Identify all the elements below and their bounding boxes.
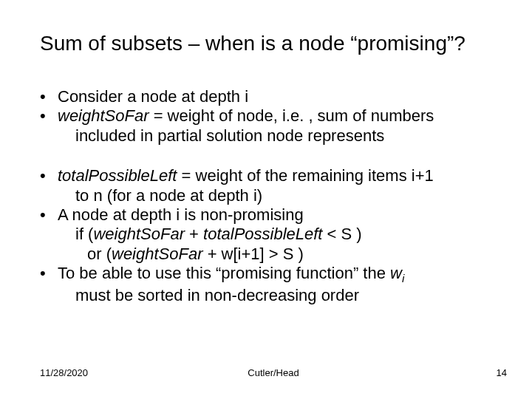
- bullet-item: weightSoFar = weight of node, i.e. , sum…: [40, 106, 492, 146]
- text-frag: or (: [87, 245, 112, 263]
- text-frag: w: [390, 264, 402, 282]
- bullet-continuation: must be sorted in non-decreasing order: [58, 286, 492, 305]
- bullet-text: A node at depth i is non-promising: [58, 205, 304, 224]
- slide-body: Consider a node at depth i weightSoFar =…: [40, 87, 492, 305]
- bullet-text: Consider a node at depth i: [58, 87, 248, 106]
- slide-title: Sum of subsets – when is a node “promisi…: [40, 31, 502, 56]
- footer-author: Cutler/Head: [248, 367, 299, 378]
- text-frag: + w[i+1] > S ): [203, 245, 304, 263]
- spacer: [40, 146, 492, 166]
- bullet-group-2: totalPossibleLeft = weight of the remain…: [40, 166, 492, 305]
- slide: Sum of subsets – when is a node “promisi…: [0, 0, 532, 399]
- text-frag-italic: weightSoFar: [112, 245, 203, 263]
- text-frag: +: [185, 225, 203, 243]
- bullet-continuation: to n (for a node at depth i): [58, 186, 492, 205]
- text-frag-italic: wi: [390, 264, 404, 282]
- bullet-item: A node at depth i is non-promising if (w…: [40, 205, 492, 264]
- bullet-text: = weight of the remaining items i+1: [177, 166, 433, 185]
- bullet-text: To be able to use this “promising functi…: [58, 264, 390, 282]
- bullet-text-italic: totalPossibleLeft: [58, 166, 177, 185]
- subscript: i: [402, 273, 404, 285]
- text-frag: if (: [75, 225, 93, 243]
- text-frag-italic: totalPossibleLeft: [203, 225, 322, 243]
- bullet-continuation: or (weightSoFar + w[i+1] > S ): [58, 245, 492, 264]
- footer-page-number: 14: [497, 367, 507, 378]
- bullet-item: To be able to use this “promising functi…: [40, 264, 492, 305]
- slide-footer: 11/28/2020 Cutler/Head 14: [40, 367, 507, 378]
- bullet-group-1: Consider a node at depth i weightSoFar =…: [40, 87, 492, 146]
- bullet-continuation: if (weightSoFar + totalPossibleLeft < S …: [58, 225, 492, 244]
- bullet-continuation: included in partial solution node repres…: [58, 126, 492, 146]
- bullet-item: totalPossibleLeft = weight of the remain…: [40, 166, 492, 205]
- bullet-text: = weight of node, i.e. , sum of numbers: [149, 106, 434, 125]
- text-frag: < S ): [322, 225, 361, 243]
- bullet-item: Consider a node at depth i: [40, 87, 492, 106]
- bullet-text-italic: weightSoFar: [58, 106, 149, 125]
- footer-date: 11/28/2020: [40, 367, 88, 378]
- text-frag-italic: weightSoFar: [93, 225, 185, 243]
